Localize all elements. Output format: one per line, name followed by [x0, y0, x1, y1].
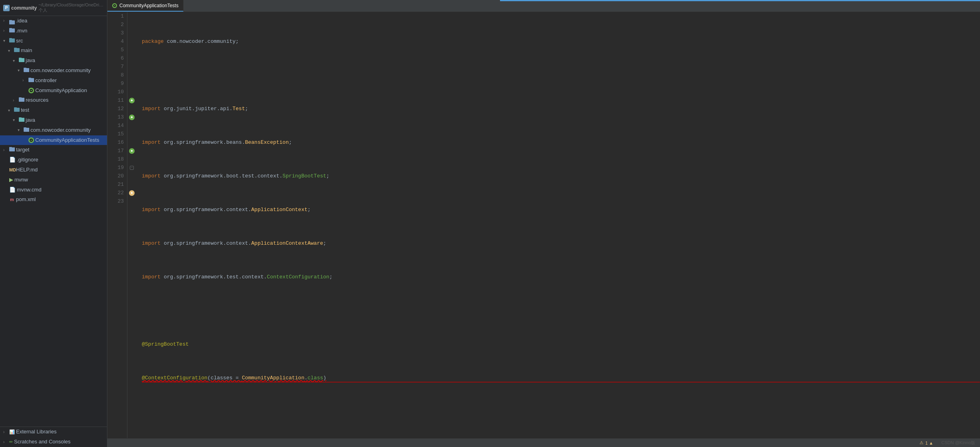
sidebar-item-java2[interactable]: java — [0, 115, 107, 125]
sidebar: P community ~/Library/CloudStorage/OneDr… — [0, 0, 107, 447]
sidebar-item-mvnw-cmd[interactable]: 📄 mvnw.cmd — [0, 185, 107, 195]
idea-label: .idea — [16, 17, 27, 25]
sidebar-item-test[interactable]: test — [0, 105, 107, 115]
sidebar-item-help[interactable]: MD HELP.md — [0, 165, 107, 175]
project-icon: P — [3, 5, 10, 11]
progress-bar — [500, 0, 980, 1]
gutter: ◆ ◆ ◆ – ◆ — [127, 12, 139, 438]
gutter-line22[interactable]: ◆ — [129, 189, 135, 197]
code-line-4: import org.springframework.beans.BeansEx… — [142, 138, 980, 147]
arrow-extlib — [3, 429, 8, 435]
community-tests-label: CommunityApplicationTests — [35, 136, 99, 145]
watermark: CSDN @Kinno版 — [941, 440, 975, 446]
project-header[interactable]: P community ~/Library/CloudStorage/OneDr… — [0, 0, 107, 16]
svg-rect-7 — [14, 48, 17, 49]
sidebar-item-external-libraries[interactable]: 📊 External Libraries — [0, 427, 107, 437]
sidebar-item-mvn[interactable]: .mvn — [0, 26, 107, 36]
sidebar-item-gitignore[interactable]: 📄 .gitignore — [0, 155, 107, 165]
code-line-5: import org.springframework.boot.test.con… — [142, 172, 980, 180]
code-line-9 — [142, 306, 980, 315]
folder-java2-icon — [19, 116, 24, 125]
svg-rect-27 — [9, 147, 12, 148]
sidebar-item-community-app[interactable]: CommunityApplication — [0, 86, 107, 96]
svg-rect-9 — [19, 58, 22, 59]
com-label: com.nowcoder.community — [30, 66, 91, 75]
svg-rect-3 — [9, 28, 12, 29]
spring-icon-11[interactable]: ◆ — [129, 98, 135, 103]
folder-idea-icon — [9, 19, 15, 23]
arrow-res — [13, 97, 18, 104]
sidebar-item-target[interactable]: target — [0, 145, 107, 155]
arrow-mvn — [3, 28, 8, 34]
tab-community-tests[interactable]: CommunityApplicationTests — [107, 0, 183, 12]
editor-content[interactable]: 12345 678910 1112131415 1617181920 21222… — [107, 12, 980, 438]
folder-ctrl-icon — [28, 77, 34, 85]
md-icon: MD — [9, 167, 15, 174]
sidebar-item-scratches[interactable]: ✏ Scratches and Consoles — [0, 437, 107, 447]
error-underline — [142, 382, 980, 383]
svg-rect-23 — [24, 127, 26, 129]
sidebar-item-java[interactable]: java — [0, 56, 107, 66]
sidebar-item-src[interactable]: src — [0, 36, 107, 46]
folder-com2-icon — [24, 126, 29, 135]
arrow-java — [13, 58, 18, 64]
editor-panel: CommunityApplicationTests 12345 678910 1… — [107, 0, 980, 447]
sidebar-item-pom[interactable]: m pom.xml — [0, 195, 107, 205]
gutter-line19[interactable]: – — [130, 163, 134, 172]
gutter-line17[interactable]: ◆ — [129, 147, 135, 155]
pom-label: pom.xml — [16, 195, 36, 204]
editor-tabs: CommunityApplicationTests — [107, 0, 980, 12]
warning-badge[interactable]: ⚠ 1 ▲ — [920, 440, 933, 445]
folder-target-icon — [9, 146, 15, 154]
gitignore-label: .gitignore — [17, 156, 38, 164]
sidebar-item-controller[interactable]: controller — [0, 76, 107, 86]
code-line-11: @ContextConfiguration(classes = Communit… — [142, 374, 980, 382]
svg-rect-11 — [24, 68, 26, 69]
git-icon: 📄 — [9, 156, 16, 164]
svg-rect-19 — [14, 107, 17, 109]
sidebar-item-main[interactable]: main — [0, 46, 107, 56]
code-line-12 — [142, 407, 980, 416]
spring-icon-17[interactable]: ◆ — [129, 148, 135, 154]
fold-icon-19[interactable]: – — [130, 166, 134, 170]
svg-rect-21 — [19, 117, 22, 119]
sidebar-item-com-nowcoder[interactable]: com.nowcoder.community — [0, 66, 107, 76]
sidebar-item-mvnw[interactable]: ▶ mvnw — [0, 175, 107, 185]
sidebar-item-resources[interactable]: resources — [0, 95, 107, 105]
controller-label: controller — [35, 77, 56, 85]
folder-main-icon — [14, 46, 20, 55]
main-label: main — [21, 46, 32, 55]
code-line-2 — [142, 71, 980, 79]
gutter-line11[interactable]: ◆ — [129, 96, 135, 105]
test-label: test — [21, 106, 29, 115]
cmd-icon: 📄 — [9, 186, 16, 194]
com2-label: com.nowcoder.community — [30, 126, 91, 135]
folder-test-icon — [14, 106, 20, 115]
arrow-idea — [3, 18, 8, 24]
code-line-6: import org.springframework.context.Appli… — [142, 205, 980, 214]
arrow-ctrl — [22, 77, 27, 84]
sidebar-item-idea[interactable]: .idea — [0, 16, 107, 26]
project-path: ~/Library/CloudStorage/OneDrive-个人 — [38, 2, 104, 13]
spring-app-icon — [28, 88, 34, 93]
svg-rect-13 — [28, 78, 31, 79]
xml-icon: m — [9, 196, 15, 203]
warning-icon: ⚠ — [920, 440, 924, 445]
line1-text: package com.nowcoder.community; — [142, 37, 239, 46]
sidebar-item-community-tests[interactable]: CommunityApplicationTests — [0, 135, 107, 145]
code-line-7: import org.springframework.context.Appli… — [142, 239, 980, 248]
scratches-icon: ✏ — [9, 439, 13, 446]
sh-icon: ▶ — [9, 176, 13, 184]
external-libraries-label: External Libraries — [16, 428, 56, 436]
spring-icon-13[interactable]: ◆ — [129, 115, 135, 120]
svg-rect-5 — [9, 38, 12, 39]
help-label: HELP.md — [16, 166, 38, 174]
spring-icon-22[interactable]: ◆ — [129, 190, 135, 196]
folder-res-icon — [19, 96, 24, 105]
code-text[interactable]: package com.nowcoder.community; import o… — [139, 12, 980, 438]
arrow-target — [3, 147, 8, 153]
mvn-label: .mvn — [16, 27, 27, 35]
mvnw-label: mvnw — [14, 176, 28, 184]
sidebar-item-com2[interactable]: com.nowcoder.community — [0, 125, 107, 135]
gutter-line13[interactable]: ◆ — [129, 113, 135, 121]
